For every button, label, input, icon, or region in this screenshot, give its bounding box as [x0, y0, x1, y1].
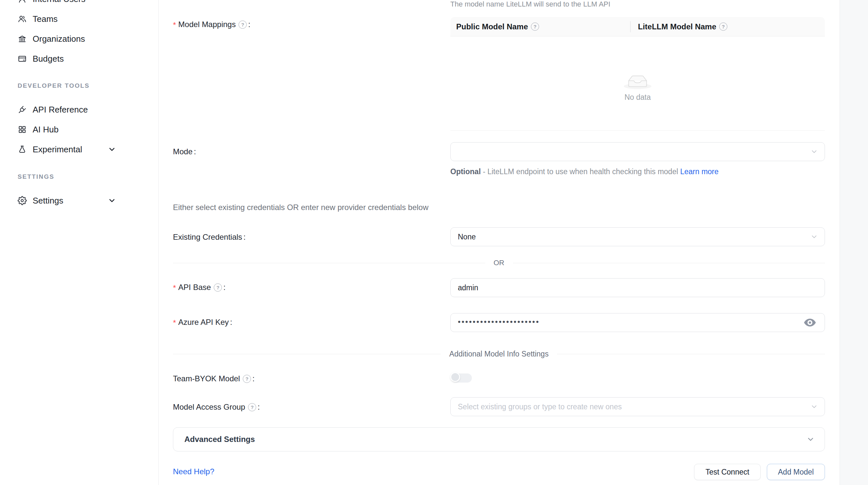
- existing-credentials-value: None: [458, 232, 476, 241]
- model-mappings-table: Public Model Name ? LiteLLM Model Name ?…: [450, 17, 825, 131]
- model-name-helper-text: The model name LiteLLM will send to the …: [450, 0, 610, 8]
- sidebar-item-label: Settings: [33, 196, 63, 206]
- sidebar-section-settings: SETTINGS: [18, 172, 55, 182]
- existing-credentials-label: Existing Credentials :: [173, 232, 246, 242]
- help-question-icon[interactable]: ?: [239, 21, 247, 29]
- no-data-text: No data: [625, 93, 651, 102]
- gear-icon: [18, 196, 27, 205]
- additional-settings-divider: Additional Model Info Settings: [173, 350, 825, 358]
- sidebar-item-label: Budgets: [33, 54, 64, 64]
- help-question-icon[interactable]: ?: [531, 23, 539, 31]
- test-connect-button[interactable]: Test Connect: [694, 464, 761, 480]
- column-header-public-model-name: Public Model Name ?: [450, 22, 630, 31]
- azure-api-key-label: * Azure API Key :: [173, 317, 232, 327]
- credentials-note: Either select existing credentials OR en…: [173, 203, 429, 212]
- chevron-down-icon: [108, 196, 116, 205]
- chevron-down-icon: [810, 403, 818, 411]
- eye-icon[interactable]: [803, 317, 817, 328]
- model-access-group-label: Model Access Group ? :: [173, 402, 260, 412]
- team-byok-toggle[interactable]: [451, 374, 472, 383]
- toggle-knob: [450, 372, 460, 382]
- model-access-group-select[interactable]: Select existing groups or type to create…: [450, 397, 825, 416]
- sidebar-item-teams[interactable]: Teams: [0, 9, 159, 29]
- masked-api-key-value: ••••••••••••••••••••••: [458, 317, 540, 326]
- mode-helper-text: Optional - LiteLLM endpoint to use when …: [450, 165, 734, 178]
- sidebar-item-label: Organizations: [33, 34, 85, 44]
- advanced-settings-panel[interactable]: Advanced Settings: [173, 427, 825, 451]
- grid-icon: [18, 125, 27, 134]
- required-mark: *: [173, 21, 176, 30]
- api-base-input[interactable]: admin: [450, 278, 825, 297]
- existing-credentials-select[interactable]: None: [450, 227, 825, 246]
- sidebar-item-experimental[interactable]: Experimental: [0, 139, 159, 159]
- teams-icon: [18, 14, 27, 24]
- help-question-icon[interactable]: ?: [248, 403, 256, 411]
- plug-icon: [18, 105, 27, 114]
- chevron-down-icon: [806, 435, 815, 444]
- chevron-down-icon: [810, 148, 818, 156]
- credit-card-icon: [18, 54, 27, 63]
- user-icon: [18, 0, 27, 4]
- required-mark: *: [173, 318, 176, 327]
- advanced-settings-label: Advanced Settings: [184, 435, 255, 444]
- or-divider: OR: [173, 259, 825, 267]
- help-question-icon[interactable]: ?: [214, 284, 222, 292]
- litellm-admin-app: Internal Users Teams Organizations Budge…: [0, 0, 868, 485]
- help-question-icon[interactable]: ?: [243, 375, 251, 383]
- page-background-strip: [840, 0, 868, 485]
- sidebar-item-ai-hub[interactable]: AI Hub: [0, 120, 159, 139]
- required-mark: *: [173, 284, 176, 293]
- column-header-litellm-model-name: LiteLLM Model Name ?: [630, 22, 727, 31]
- sidebar-item-internal-users[interactable]: Internal Users: [0, 0, 159, 9]
- api-base-value: admin: [458, 284, 478, 292]
- sidebar-item-label: Internal Users: [33, 0, 86, 4]
- bank-icon: [18, 34, 27, 43]
- mode-select[interactable]: [450, 142, 825, 161]
- mode-label: Mode :: [173, 147, 196, 157]
- add-model-button[interactable]: Add Model: [767, 464, 825, 480]
- model-access-group-placeholder: Select existing groups or type to create…: [458, 402, 622, 411]
- sidebar: Internal Users Teams Organizations Budge…: [0, 0, 159, 485]
- sidebar-item-label: AI Hub: [33, 125, 59, 135]
- sidebar-section-developer-tools: DEVELOPER TOOLS: [18, 81, 90, 91]
- table-empty-state: No data: [450, 36, 825, 131]
- model-mappings-label: * Model Mappings ? :: [173, 20, 250, 29]
- learn-more-link[interactable]: Learn more: [680, 167, 718, 176]
- flask-icon: [18, 145, 27, 154]
- sidebar-item-organizations[interactable]: Organizations: [0, 29, 159, 48]
- sidebar-item-api-reference[interactable]: API Reference: [0, 100, 159, 119]
- empty-box-icon: [620, 66, 655, 90]
- team-byok-label: Team-BYOK Model ? :: [173, 374, 254, 384]
- sidebar-item-budgets[interactable]: Budgets: [0, 49, 159, 68]
- column-divider: [630, 21, 631, 32]
- sidebar-item-label: Experimental: [33, 144, 82, 155]
- sidebar-item-label: API Reference: [33, 105, 88, 115]
- sidebar-item-settings[interactable]: Settings: [0, 191, 159, 211]
- chevron-down-icon: [810, 233, 818, 241]
- api-base-label: * API Base ? :: [173, 283, 225, 292]
- chevron-down-icon: [108, 145, 116, 154]
- table-header-row: Public Model Name ? LiteLLM Model Name ?: [450, 17, 825, 36]
- help-question-icon[interactable]: ?: [719, 23, 727, 31]
- add-model-form: The model name LiteLLM will send to the …: [159, 0, 840, 485]
- need-help-link[interactable]: Need Help?: [173, 467, 214, 476]
- azure-api-key-input[interactable]: ••••••••••••••••••••••: [450, 313, 825, 332]
- sidebar-item-label: Teams: [33, 14, 58, 24]
